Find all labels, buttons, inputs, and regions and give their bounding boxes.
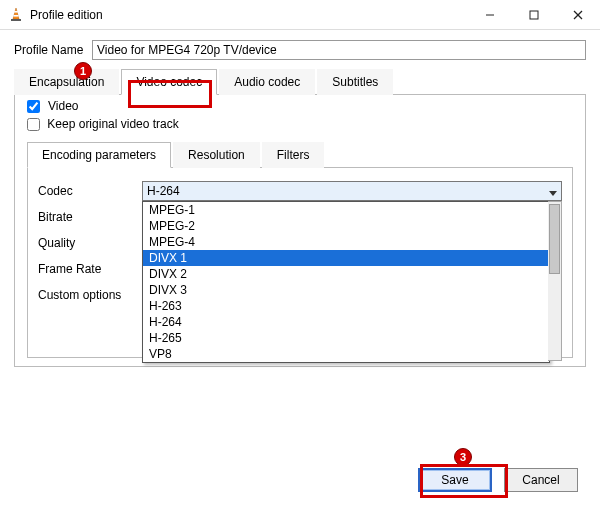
dropdown-scrollbar[interactable] (548, 201, 562, 361)
maximize-button[interactable] (512, 0, 556, 30)
minimize-button[interactable] (468, 0, 512, 30)
profile-name-row: Profile Name (14, 40, 586, 60)
codec-option-divx3[interactable]: DIVX 3 (143, 282, 549, 298)
cancel-button[interactable]: Cancel (504, 468, 578, 492)
quality-label: Quality (38, 236, 142, 250)
tab-video-codec[interactable]: Video codec (121, 69, 217, 95)
subtab-resolution[interactable]: Resolution (173, 142, 260, 168)
encoding-pane: Codec H-264 MPEG-1 MPEG-2 MPEG-4 DIVX 1 (27, 168, 573, 358)
codec-option-mpeg2[interactable]: MPEG-2 (143, 218, 549, 234)
window-title: Profile edition (30, 8, 468, 22)
svg-rect-1 (14, 11, 18, 13)
svg-marker-8 (549, 191, 557, 196)
keep-original-checkbox[interactable] (27, 118, 40, 131)
codec-option-divx2[interactable]: DIVX 2 (143, 266, 549, 282)
content-area: Profile Name Encapsulation Video codec A… (0, 30, 600, 367)
codec-selected-value: H-264 (147, 184, 180, 198)
svg-rect-3 (11, 19, 21, 21)
codec-option-h265[interactable]: H-265 (143, 330, 549, 346)
framerate-label: Frame Rate (38, 262, 142, 276)
codec-option-mpeg1[interactable]: MPEG-1 (143, 202, 549, 218)
codec-combo-display[interactable]: H-264 (142, 181, 562, 201)
close-button[interactable] (556, 0, 600, 30)
save-button[interactable]: Save (418, 468, 492, 492)
codec-option-vp8[interactable]: VP8 (143, 346, 549, 362)
svg-rect-5 (530, 11, 538, 19)
video-group-legend: Video (23, 99, 82, 113)
tab-subtitles[interactable]: Subtitles (317, 69, 393, 95)
subtab-filters[interactable]: Filters (262, 142, 325, 168)
svg-marker-0 (13, 8, 19, 19)
codec-option-h264[interactable]: H-264 (143, 314, 549, 330)
svg-rect-2 (13, 15, 18, 17)
codec-option-mpeg4[interactable]: MPEG-4 (143, 234, 549, 250)
title-bar: Profile edition (0, 0, 600, 30)
annotation-marker-3: 3 (454, 448, 472, 466)
custom-options-label: Custom options (38, 288, 142, 302)
video-groupbox: Video Keep original video track Encoding… (14, 95, 586, 367)
dialog-buttons: Save Cancel (418, 468, 578, 492)
codec-row: Codec H-264 MPEG-1 MPEG-2 MPEG-4 DIVX 1 (38, 178, 562, 204)
keep-original-row: Keep original video track (27, 117, 573, 131)
codec-option-divx1[interactable]: DIVX 1 (143, 250, 549, 266)
tab-audio-codec[interactable]: Audio codec (219, 69, 315, 95)
main-tabs: Encapsulation Video codec Audio codec Su… (14, 68, 586, 95)
codec-combo[interactable]: H-264 MPEG-1 MPEG-2 MPEG-4 DIVX 1 DIVX 2… (142, 181, 562, 201)
codec-option-h263[interactable]: H-263 (143, 298, 549, 314)
keep-original-label: Keep original video track (47, 117, 178, 131)
profile-name-input[interactable] (92, 40, 586, 60)
chevron-down-icon (549, 187, 557, 201)
vlc-icon (8, 7, 24, 23)
codec-label: Codec (38, 184, 142, 198)
profile-name-label: Profile Name (14, 43, 92, 57)
scrollbar-thumb[interactable] (549, 204, 560, 274)
video-checkbox-label: Video (48, 99, 78, 113)
sub-tabs: Encoding parameters Resolution Filters (27, 141, 573, 168)
bitrate-label: Bitrate (38, 210, 142, 224)
video-checkbox[interactable] (27, 100, 40, 113)
codec-dropdown: MPEG-1 MPEG-2 MPEG-4 DIVX 1 DIVX 2 DIVX … (142, 201, 550, 363)
tab-encapsulation[interactable]: Encapsulation (14, 69, 119, 95)
subtab-encoding[interactable]: Encoding parameters (27, 142, 171, 168)
